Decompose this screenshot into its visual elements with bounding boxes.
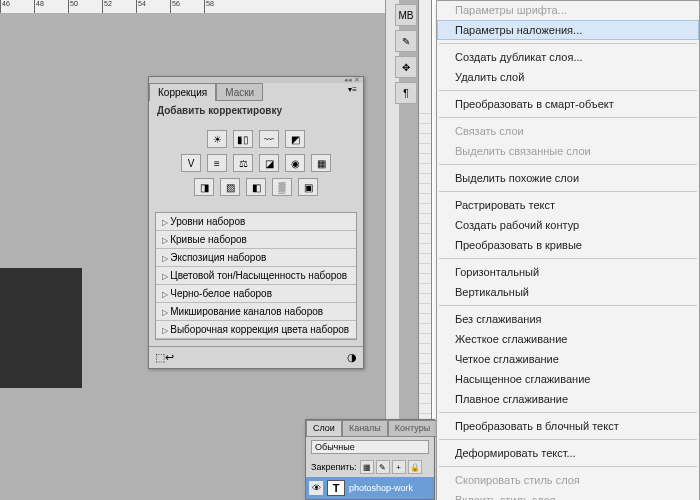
menu-item: Вклеить стиль слоя [437,490,699,500]
adjustment-list-item[interactable]: Уровни наборов [156,213,356,231]
adjustments-list: Уровни наборовКривые наборовЭкспозиция н… [155,212,357,340]
tab-masks[interactable]: Маски [216,83,263,101]
menu-separator [439,43,697,44]
menu-item: Параметры шрифта... [437,3,699,20]
ruler-tick: 56 [170,0,204,13]
menu-item[interactable]: Параметры наложения... [437,20,699,40]
selective-icon[interactable]: ▣ [298,178,318,196]
vibrance-icon[interactable]: V [181,154,201,172]
brush-dock-icon[interactable]: ✎ [395,30,417,52]
menu-separator [439,258,697,259]
menu-separator [439,164,697,165]
lock-position-icon[interactable]: + [392,460,406,474]
brightness-icon[interactable]: ☀ [207,130,227,148]
menu-separator [439,466,697,467]
gradient-icon[interactable]: ▒ [272,178,292,196]
tab-channels[interactable]: Каналы [342,420,388,437]
panel-footer: ⬚↩ ◑ [149,346,363,368]
visibility-icon[interactable]: 👁 [309,481,323,495]
layer-item[interactable]: 👁 T photoshop-work [306,477,434,499]
posterize-icon[interactable]: ▨ [220,178,240,196]
menu-item[interactable]: Растрировать текст [437,195,699,215]
clone-dock-icon[interactable]: ✥ [395,56,417,78]
dock-icons: MB ✎ ✥ ¶ [395,0,419,108]
menu-item[interactable]: Деформировать текст... [437,443,699,463]
menu-item[interactable]: Горизонтальный [437,262,699,282]
lock-transparency-icon[interactable]: ▦ [360,460,374,474]
menu-item[interactable]: Создать дубликат слоя... [437,47,699,67]
adjustments-panel: ◂◂ ✕ Коррекция Маски ▾≡ Добавить коррект… [148,76,364,369]
adjustment-list-item[interactable]: Экспозиция наборов [156,249,356,267]
layers-panel: Слои Каналы Контуры Обычные Закрепить: ▦… [305,419,435,500]
balance-icon[interactable]: ⚖ [233,154,253,172]
ruler-tick: 52 [102,0,136,13]
ruler-horizontal: 46485052545658 [0,0,385,13]
curves-icon[interactable]: 〰 [259,130,279,148]
menu-item[interactable]: Преобразовать в блочный текст [437,416,699,436]
canvas-dark-shape [0,268,82,388]
tab-layers[interactable]: Слои [306,420,342,437]
context-menu: Параметры шрифта...Параметры наложения..… [436,0,700,500]
menu-item[interactable]: Вертикальный [437,282,699,302]
layer-thumb: T [327,480,345,496]
ruler-tick: 48 [34,0,68,13]
lock-brush-icon[interactable]: ✎ [376,460,390,474]
menu-item[interactable]: Создать рабочий контур [437,215,699,235]
lock-all-icon[interactable]: 🔒 [408,460,422,474]
menu-separator [439,90,697,91]
tab-paths[interactable]: Контуры [388,420,437,437]
levels-icon[interactable]: ▮▯ [233,130,253,148]
bw-icon[interactable]: ◪ [259,154,279,172]
menu-separator [439,412,697,413]
blend-mode-select[interactable]: Обычные [311,440,429,454]
footer-icon-right[interactable]: ◑ [347,351,357,364]
panel-menu-icon[interactable]: ▾≡ [342,83,363,101]
ruler-tick: 46 [0,0,34,13]
menu-item[interactable]: Плавное сглаживание [437,389,699,409]
menu-item: Связать слои [437,121,699,141]
menu-item[interactable]: Удалить слой [437,67,699,87]
char-dock-icon[interactable]: ¶ [395,82,417,104]
menu-item[interactable]: Жесткое сглаживание [437,329,699,349]
lock-label: Закрепить: [311,462,357,472]
ruler-tick: 54 [136,0,170,13]
threshold-icon[interactable]: ◧ [246,178,266,196]
menu-separator [439,191,697,192]
menu-separator [439,117,697,118]
adjustment-list-item[interactable]: Черно-белое наборов [156,285,356,303]
menu-item[interactable]: Без сглаживания [437,309,699,329]
menu-item[interactable]: Четкое сглаживание [437,349,699,369]
ruler-tick: 50 [68,0,102,13]
menu-item[interactable]: Преобразовать в смарт-объект [437,94,699,114]
mb-icon[interactable]: MB [395,4,417,26]
adjustments-icons: ☀ ▮▯ 〰 ◩ V ≡ ⚖ ◪ ◉ ▦ ◨ ▨ ◧ ▒ ▣ [149,120,363,206]
adjustment-list-item[interactable]: Микширование каналов наборов [156,303,356,321]
invert-icon[interactable]: ◨ [194,178,214,196]
menu-item: Скопировать стиль слоя [437,470,699,490]
layer-name: photoshop-work [349,483,413,493]
adjustments-title: Добавить корректировку [149,101,363,120]
menu-separator [439,305,697,306]
menu-item: Выделить связанные слои [437,141,699,161]
menu-separator [439,439,697,440]
adjustment-list-item[interactable]: Выборочная коррекция цвета наборов [156,321,356,339]
adjustment-list-item[interactable]: Кривые наборов [156,231,356,249]
ruler-tick: 58 [204,0,238,13]
menu-item[interactable]: Насыщенное сглаживание [437,369,699,389]
adjustment-list-item[interactable]: Цветовой тон/Насыщенность наборов [156,267,356,285]
menu-item[interactable]: Выделить похожие слои [437,168,699,188]
photofilter-icon[interactable]: ◉ [285,154,305,172]
mixer-icon[interactable]: ▦ [311,154,331,172]
exposure-icon[interactable]: ◩ [285,130,305,148]
tab-correction[interactable]: Коррекция [149,83,216,101]
hue-icon[interactable]: ≡ [207,154,227,172]
menu-item[interactable]: Преобразовать в кривые [437,235,699,255]
footer-icon-left[interactable]: ⬚↩ [155,351,174,364]
